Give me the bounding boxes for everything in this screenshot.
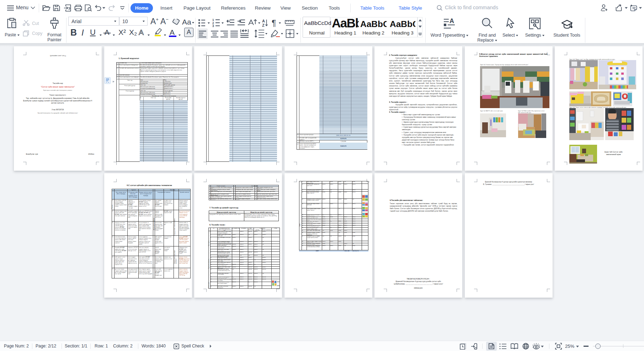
svg-text:3: 3 <box>212 24 214 27</box>
svg-text:Z: Z <box>262 23 265 27</box>
svg-text:A: A <box>262 19 265 23</box>
svg-text:A: A <box>449 18 454 25</box>
